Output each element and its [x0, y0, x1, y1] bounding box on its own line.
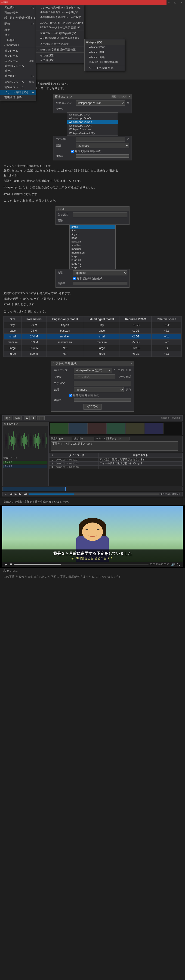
menu-next-frame[interactable]: 次フレーム	[0, 54, 35, 59]
engine-dropdown-list[interactable]: whisper.cpp CPU whisper.cpp BLAS whisper…	[67, 113, 118, 136]
subtitle-row-3[interactable]: 3 00:00:07 → 00:00:10	[50, 465, 182, 469]
video-ctrl-volume[interactable]: 🔊	[171, 563, 175, 566]
engine-opt-selected[interactable]: whisper.cpp Vulkan	[67, 120, 118, 124]
model-opt-tiny-en[interactable]: tiny.en	[69, 232, 116, 236]
model-opt-tiny[interactable]: tiny	[69, 229, 116, 232]
setting-input-1[interactable]	[58, 437, 72, 441]
sub2-subtitle-gen[interactable]: ソリートの 字幕 生成...	[85, 66, 125, 70]
sub1-item10[interactable]: その他 設定...	[36, 53, 84, 57]
sub-text-1[interactable]: 私の場合、設定した字幕がされています	[98, 458, 182, 461]
close-btn[interactable]: ×	[179, 0, 185, 5]
menu-stop[interactable]: 停止	[0, 33, 35, 38]
sub1-item1[interactable]: フレームの読み込みを後で行う ※1	[36, 5, 84, 10]
editor-play-btn[interactable]: ▶	[24, 416, 30, 420]
sub1-item8[interactable]: 再生の停止 実行されます	[36, 41, 84, 46]
ctrl-progress[interactable]	[29, 493, 159, 495]
subtitle-row-2[interactable]: 2 00:00:03 → 00:00:07 フィールド上の処理が行われています	[50, 461, 182, 465]
sub1-item4[interactable]: AULAで 動作が重くなる場合のみ有効	[36, 21, 84, 25]
video-progress[interactable]	[14, 564, 149, 565]
menu-play[interactable]: 再生	[0, 28, 35, 33]
engine-opt-blas[interactable]: whisper.cpp BLAS	[67, 116, 118, 120]
save-autostart-cb[interactable]	[69, 394, 72, 397]
setting-input-2[interactable]	[80, 437, 94, 441]
subtitle-row-1[interactable]: 1 00:00:00 → 00:00:03 私の場合、設定した字幕がされています	[50, 458, 182, 461]
track-2[interactable]: Track 2	[3, 465, 47, 468]
sub1-item7[interactable]: ASSfASS 字幕 表示時の基準を書く	[36, 36, 84, 40]
save-model-check[interactable]: モデル 確認	[118, 375, 131, 379]
video-ctrl-play[interactable]: ▶	[4, 563, 8, 566]
menu-start[interactable]: 開始F4	[0, 21, 35, 27]
sub1-item9[interactable]: SMSMVS 字幕 処理の問題 修正	[36, 47, 84, 52]
model-opt-base-en[interactable]: base.en	[69, 240, 116, 243]
engine-opt-vulkan[interactable]: whisper.cpp CPU	[67, 113, 118, 116]
menu-final[interactable]: 前後全体 最終...	[0, 95, 35, 100]
autostart-checkbox[interactable]	[71, 150, 74, 153]
menu-back-more[interactable]: 前後...	[0, 68, 35, 73]
model-opt-medium-en[interactable]: medium.en	[69, 251, 116, 255]
menu-pause[interactable]: 一時停止	[0, 38, 35, 43]
menu-back10[interactable]: 前後10フレーム	[0, 64, 35, 69]
sub-text-3[interactable]	[98, 465, 182, 469]
model-opt-large[interactable]: large	[69, 255, 116, 258]
submenu-playback[interactable]: フレームの読み込みを後で行う ※1 再生中のみ更新フレームを飛ばす 再生開始のみ…	[36, 5, 84, 63]
ctrl-next-frame[interactable]: ▶	[18, 492, 22, 496]
save-dialog-close[interactable]: ×	[130, 362, 132, 365]
engine-select[interactable]: whisper.cpp Vulkan whisper.cpp CPU whisp…	[76, 100, 125, 105]
save-ok-btn[interactable]: 保存/OK	[84, 404, 102, 410]
sub2-whisper-stop[interactable]: Whisper 停止	[85, 50, 125, 55]
minimize-btn[interactable]: －	[166, 0, 172, 5]
sub1-item6[interactable]: 可変フレームの 処理を検索する	[36, 31, 84, 35]
sub2-whisper-settings[interactable]: Whisper 設定	[85, 45, 125, 50]
save-model-input[interactable]	[74, 374, 116, 379]
ctrl-rewind[interactable]: ⏮	[4, 492, 8, 496]
menu-undo[interactable]: 元に戻すF2	[0, 5, 35, 10]
menu-10frames[interactable]: 10フレームEnter	[0, 59, 35, 64]
sub1-item3[interactable]: 再生開始のみを再生フレームに戻す	[36, 15, 84, 19]
save-options-input[interactable]	[74, 381, 131, 386]
maximize-btn[interactable]: □	[172, 0, 179, 5]
ctrl-prev-frame[interactable]: ◀	[9, 492, 13, 496]
editor-save-btn[interactable]: 保存	[13, 416, 21, 420]
menu-forward-f5[interactable]: 前後進むF5	[0, 73, 35, 79]
sub1-item2[interactable]: 再生中のみ更新フレームを飛ばす	[36, 10, 84, 14]
menu-rec-play[interactable]: 録音/再生/停止	[0, 43, 35, 48]
editor-stop-btn[interactable]: ⏹	[31, 416, 36, 420]
model-opt-medium[interactable]: medium	[69, 247, 116, 251]
subtitle-textarea[interactable]: 字幕テキストがここに表示されます	[51, 441, 178, 450]
video-ctrl-fullscreen[interactable]: ⛶	[177, 563, 181, 566]
model-opt-large-x3[interactable]: large ×3	[69, 266, 116, 269]
menu-sound-settings[interactable]: ソリート 字幕 設定▶	[0, 90, 35, 95]
sub2-subtitle-auto[interactable]: 字幕 実行 時 自動 書き出し	[85, 60, 125, 64]
save-lang-select[interactable]: japanese english	[74, 387, 124, 392]
engine-opt-faster[interactable]: Whisper-Faster(正式)	[67, 131, 118, 135]
dialog-close-btn[interactable]: ×	[129, 95, 130, 98]
engine-opt-cuda[interactable]: whisper.cpp CUDA	[67, 124, 118, 127]
save-engine-select[interactable]: Whisper-Faster(正式)	[74, 368, 111, 373]
options-input[interactable]	[76, 137, 125, 142]
sub1-item5[interactable]: NTSC3.58 のひらがな表示 更新 ※1	[36, 25, 84, 30]
model-options-input[interactable]	[73, 212, 127, 217]
engine-refresh-icon[interactable]: ⟳	[127, 102, 129, 104]
editor-pause-btn[interactable]: ❙❙	[37, 416, 45, 420]
track-1[interactable]: Track 1	[3, 461, 47, 464]
scrubber-bar[interactable]	[2, 487, 183, 491]
options-icon[interactable]: ⊕	[127, 138, 129, 141]
ctrl-fast-forward[interactable]: ⏭	[23, 492, 27, 496]
model-opt-small[interactable]: small	[69, 225, 116, 229]
engine-opt-constme[interactable]: Whisper Const-me	[67, 127, 118, 131]
save-engine-refresh[interactable]: ⟳	[114, 369, 116, 372]
model-autostart-checkbox[interactable]	[73, 277, 76, 280]
submenu-whisper[interactable]: Whisper 設定 Whisper 設定 Whisper 停止 Whisper…	[84, 39, 125, 71]
model-opt-small-en[interactable]: small.en	[69, 243, 116, 247]
setting-text-input[interactable]	[106, 437, 130, 441]
model-opt-large-x1[interactable]: large ×1	[69, 258, 116, 262]
model-opt-base[interactable]: base	[69, 236, 116, 240]
main-context-menu[interactable]: 元に戻すF2 直前の操作 繰り返し作業/繰り返す▶ 開始F4 再生 停止 一時停…	[0, 5, 36, 100]
menu-15frames[interactable]: 前後15フレームCtrl+J	[0, 80, 35, 85]
menu-all-frames[interactable]: 前後全フレーム...	[0, 85, 35, 90]
model-open-dropdown[interactable]: small tiny tiny.en base base.en small.en…	[69, 225, 116, 269]
ctrl-play[interactable]: ▶	[14, 492, 18, 496]
model-lang-select[interactable]: japanese english	[73, 270, 127, 275]
sub1-item11[interactable]: その他 設定...	[36, 58, 84, 62]
lang-select[interactable]: japanese english	[76, 143, 129, 148]
